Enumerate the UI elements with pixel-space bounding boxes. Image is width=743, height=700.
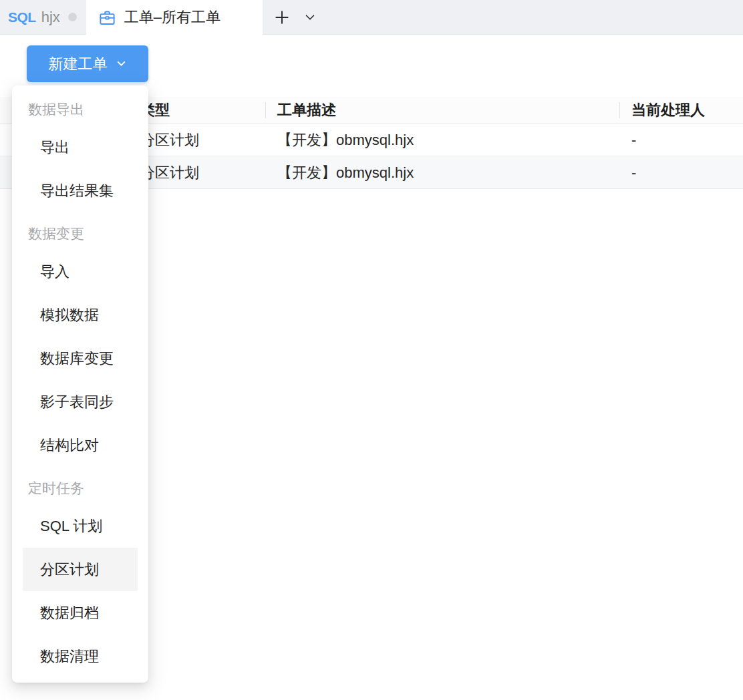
menu-item-data-cleanup[interactable]: 数据清理 xyxy=(12,635,148,678)
menu-item-shadow-table-sync[interactable]: 影子表同步 xyxy=(12,380,148,423)
tab-bar: SQL hjx 工单–所有工单 xyxy=(0,0,743,35)
menu-item-structure-compare[interactable]: 结构比对 xyxy=(12,423,148,467)
menu-item-export[interactable]: 导出 xyxy=(12,126,148,169)
new-ticket-dropdown-menu: 数据导出 导出 导出结果集 数据变更 导入 模拟数据 数据库变更 影子表同步 结… xyxy=(12,85,148,683)
cell-type: 分区计划 xyxy=(140,156,199,189)
column-header-description: 工单描述 xyxy=(277,97,336,124)
menu-item-export-result-set[interactable]: 导出结果集 xyxy=(12,169,148,212)
cell-description: 【开发】obmysql.hjx xyxy=(277,156,414,189)
tab-title: 工单–所有工单 xyxy=(124,7,220,27)
plus-icon[interactable] xyxy=(273,9,291,26)
app-logo: SQL xyxy=(8,9,36,25)
tab-tickets-all[interactable]: 工单–所有工单 xyxy=(86,0,263,35)
menu-item-mock-data[interactable]: 模拟数据 xyxy=(12,293,148,337)
cell-handler: - xyxy=(631,124,636,156)
cell-description: 【开发】obmysql.hjx xyxy=(277,124,414,156)
cell-handler: - xyxy=(631,156,636,189)
logo-area: SQL hjx xyxy=(0,0,86,34)
menu-item-database-change[interactable]: 数据库变更 xyxy=(12,337,148,380)
chevron-down-icon[interactable] xyxy=(303,10,317,25)
status-dot-icon xyxy=(68,13,77,21)
menu-section-data-change: 数据变更 xyxy=(12,218,148,250)
menu-section-data-export: 数据导出 xyxy=(12,94,148,126)
briefcase-icon xyxy=(98,9,116,27)
cell-type: 分区计划 xyxy=(140,124,199,156)
menu-item-partition-plan[interactable]: 分区计划 xyxy=(23,548,138,591)
menu-item-sql-plan[interactable]: SQL 计划 xyxy=(12,504,148,548)
menu-item-data-archive[interactable]: 数据归档 xyxy=(12,591,148,635)
chevron-down-icon xyxy=(116,58,127,69)
menu-section-scheduled-task: 定时任务 xyxy=(12,472,148,504)
main-content: 新建工单 类型 工单描述 当前处理人 分区计划 【开发】obmysql.hjx … xyxy=(0,35,743,700)
tab-actions xyxy=(263,0,317,34)
workspace-name: hjx xyxy=(41,9,60,26)
new-ticket-button[interactable]: 新建工单 xyxy=(27,45,148,82)
app-window: SQL hjx 工单–所有工单 xyxy=(0,0,743,700)
menu-item-import[interactable]: 导入 xyxy=(12,250,148,293)
new-ticket-button-label: 新建工单 xyxy=(49,54,108,74)
column-header-handler: 当前处理人 xyxy=(631,97,705,124)
